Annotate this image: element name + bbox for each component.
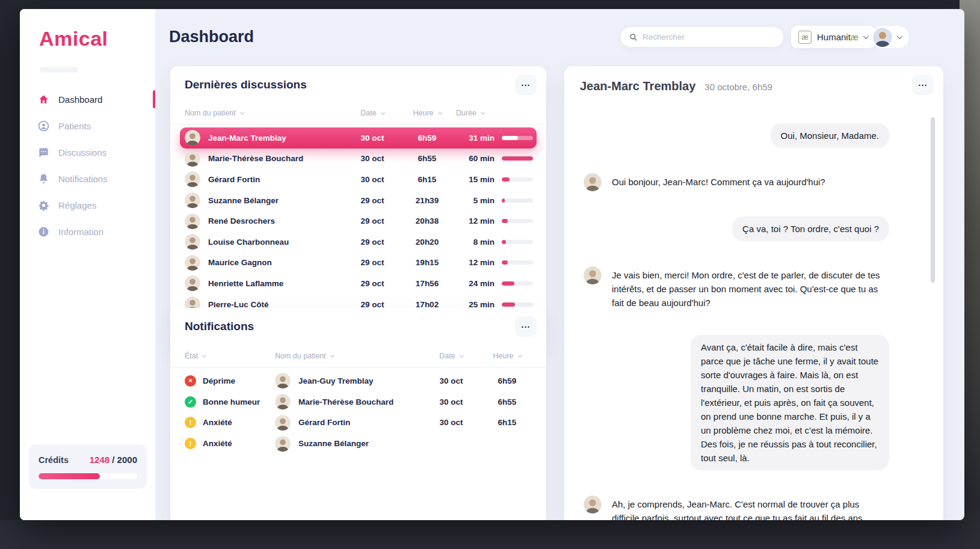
patient-avatar [185,130,200,146]
conversation-header: Jean-Marc Tremblay 30 octobre, 6h59 [580,79,772,93]
chat-scrollbar[interactable] [931,117,935,283]
message-text: Ah, je comprends, Jean-Marc. C'est norma… [612,495,887,520]
patient-name: Jean-Marc Tremblay [208,133,286,143]
main-area: Dashboard æ Humanitæ Dernières discussio… [155,9,964,520]
column-header-name[interactable]: Nom du patient [275,352,421,360]
status-label: Bonne humeur [203,397,260,406]
sidebar-nav: Dashboard Patients Discussions Notificat… [20,86,155,245]
search-input[interactable] [643,32,775,41]
notification-row[interactable]: Anxiété Suzanne Bélanger [180,433,537,454]
duration-bar [502,136,533,140]
message-list: Oui, Monsieur, Madame. Oui bonjour, Jean… [584,96,889,520]
user-icon [38,120,49,132]
org-badge-icon: æ [798,31,812,44]
discussion-date: 29 oct [347,279,398,288]
home-icon [38,94,49,105]
duration-bar-fill [502,198,505,203]
column-header-date[interactable]: Date [347,109,398,117]
status-icon [185,417,196,428]
chat-message: Oui, Monsieur, Madame. [584,123,889,148]
duration-bar [502,219,533,223]
sort-chevron-icon [381,110,385,114]
patient-avatar [185,255,200,271]
message-text: Avant ça, c'était facile à dire, mais c'… [691,335,889,470]
chat-message: Avant ça, c'était facile à dire, mais c'… [584,335,889,470]
duration-bar-fill [502,281,514,286]
patient-avatar [275,373,291,388]
discussion-duration: 12 min [456,258,495,267]
column-header-state[interactable]: État [185,352,275,360]
credits-value: 1248 / 2000 [90,455,137,465]
discussion-date: 29 oct [347,238,398,247]
chat-message: Ah, je comprends, Jean-Marc. C'est norma… [584,495,889,520]
patient-avatar [275,415,291,431]
duration-bar [502,281,533,286]
column-header-date[interactable]: Date [421,352,481,360]
search-bar[interactable] [621,27,783,47]
discussion-date: 30 oct [347,175,398,184]
sort-chevron-icon [202,353,206,357]
sidebar-item-label: Information [58,227,103,237]
notification-date: 30 oct [421,397,481,406]
discussion-time: 6h15 [398,175,456,184]
status-icon [185,396,196,408]
column-header-duration[interactable]: Durée [456,109,495,117]
sort-chevron-icon [330,353,334,357]
backdrop-bottom [0,520,980,549]
patient-name: Marie-Thérèse Bouchard [298,397,393,406]
column-header-name[interactable]: Nom du patient [185,109,347,117]
discussions-more-button[interactable] [515,75,537,95]
discussion-date: 30 oct [347,133,398,143]
discussion-row[interactable]: Maurice Gagnon 29 oct 19h15 12 min [180,253,537,274]
notification-row[interactable]: Bonne humeur Marie-Thérèse Bouchard 30 o… [180,391,537,413]
conversation-more-button[interactable] [912,75,934,95]
column-header-time[interactable]: Heure [481,352,533,360]
divider [170,367,546,367]
sidebar-item-patients[interactable]: Patients [20,112,155,139]
discussion-row[interactable]: Louise Charbonneau 29 oct 20h20 8 min [180,232,537,253]
discussion-row[interactable]: René Desrochers 29 oct 20h38 12 min [180,210,537,232]
sidebar-item-notifications[interactable]: Notifications [20,165,155,192]
organization-selector[interactable]: æ Humanitæ [791,26,875,48]
discussions-title: Dernières discussions [185,78,307,91]
sidebar-item-discussions[interactable]: Discussions [20,139,155,165]
status-icon [185,438,196,449]
patient-name: René Desrochers [208,216,275,225]
discussion-duration: 12 min [456,216,495,225]
sidebar-item-reglages[interactable]: Réglages [20,192,155,218]
discussion-time: 19h15 [398,258,456,267]
credits-progress-bar [39,473,137,479]
app-window: Amical Dashboard Patients Discussions [20,9,964,520]
credits-label: Crédits [39,455,69,465]
column-header-time[interactable]: Heure [398,109,456,117]
sidebar-item-label: Patients [58,121,91,131]
notification-time: 6h59 [481,376,533,385]
user-menu[interactable] [871,26,909,48]
chat-message: Ça va, toi ? Ton ordre, c'est quoi ? [584,216,889,241]
discussion-row[interactable]: Gérard Fortin 30 oct 6h15 15 min [180,169,537,190]
duration-bar-fill [502,260,508,265]
notification-row[interactable]: Déprime Jean-Guy Tremblay 30 oct 6h59 [180,370,537,391]
patient-name: Jean-Guy Tremblay [298,376,374,385]
discussion-row[interactable]: Henriette Laflamme 29 oct 17h56 24 min [180,273,537,294]
notifications-more-button[interactable] [515,316,537,337]
notification-row[interactable]: Anxiété Gérard Fortin 30 oct 6h15 [180,413,537,434]
sidebar-item-information[interactable]: Information [20,218,155,245]
discussion-row[interactable]: Suzanne Bélanger 29 oct 21h39 5 min [180,190,537,211]
app-logo: Amical [39,27,108,51]
sidebar-item-label: Notifications [58,174,108,184]
user-avatar [873,28,892,47]
conversation-date: 30 octobre, 6h59 [704,82,772,92]
message-text: Oui, Monsieur, Madame. [771,123,889,148]
duration-bar [502,156,533,161]
patient-name: Louise Charbonneau [208,238,289,247]
status-icon [185,375,196,387]
bell-icon [38,173,49,185]
discussion-row[interactable]: Marie-Thérèse Bouchard 30 oct 6h55 60 mi… [180,149,537,170]
sort-chevron-icon [240,110,244,114]
duration-bar-fill [502,177,510,182]
org-name: Humanitæ [817,32,858,42]
notifications-title: Notifications [185,320,254,333]
discussion-row[interactable]: Jean-Marc Tremblay 30 oct 6h59 31 min [180,127,537,149]
sidebar-item-dashboard[interactable]: Dashboard [20,86,155,112]
